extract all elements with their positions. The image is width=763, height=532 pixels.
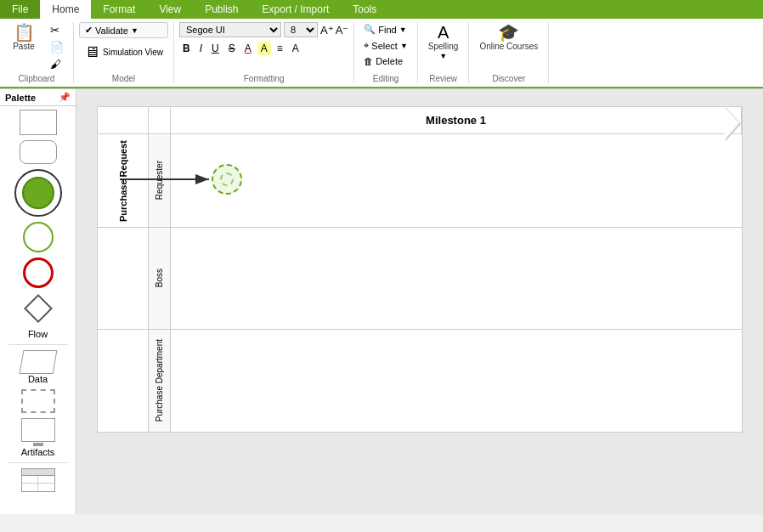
flow-label: Flow [28,329,48,339]
copy-icon: 📄 [50,41,64,54]
palette-item-flow[interactable]: Flow [28,329,48,339]
font-family-select[interactable]: Segoe UI [179,22,281,37]
data-shape [19,350,57,374]
strikethrough-button[interactable]: S [225,42,239,55]
font-grow-button[interactable]: A⁺ [320,24,334,37]
simulation-view-button[interactable]: 🖥 Simulation View [79,42,168,63]
palette-item-diamond[interactable] [28,293,48,324]
lane-content-purchase-dept[interactable] [171,330,742,432]
palette-item-table[interactable] [21,468,55,492]
palette-item-monitor[interactable] [21,418,55,442]
group-label-spacer-purchase-dept [98,330,149,432]
paste-button[interactable]: 📋 Paste [5,22,42,54]
find-button[interactable]: 🔍 Find ▼ [359,22,410,37]
monitor-shape [21,418,55,442]
lane-label-cell-purchase-dept: Purchase Department [149,330,171,432]
tab-export-import[interactable]: Export / Import [251,0,342,19]
palette-item-circle-outline[interactable] [23,222,54,252]
tab-file[interactable]: File [0,0,40,19]
lane-label-requester: Requester [155,161,164,200]
palette-item-start-circle[interactable] [14,169,62,217]
palette-item-rectangle[interactable] [20,110,57,135]
cut-icon: ✂ [50,24,59,37]
formatting-group: Segoe UI 8 A⁺ A⁻ B I U S A A [174,22,354,83]
group-label-purchase-request: Purchase Request [118,137,128,225]
milestone-header: Milestone 1 [171,107,742,134]
spelling-dropdown[interactable]: ▼ [439,52,447,60]
more-format-button[interactable]: A [289,42,302,55]
palette-item-circle-red[interactable] [23,258,54,288]
validate-button[interactable]: ✔ Validate ▼ [79,22,168,38]
online-courses-button[interactable]: 🎓 Online Courses [474,22,543,54]
font-color-button[interactable]: A [241,42,255,55]
lane-content-requester[interactable] [171,134,742,227]
discover-group: 🎓 Online Courses Discover [469,22,549,83]
tab-tools[interactable]: Tools [341,0,388,19]
editing-group-label: Editing [359,72,412,83]
spelling-icon: A [438,24,449,41]
activity-inner [220,173,234,186]
tab-view[interactable]: View [147,0,193,19]
spelling-button[interactable]: A Spelling ▼ [423,22,464,62]
swimlane-row-boss: Boss [98,228,742,330]
diagram-canvas[interactable]: Milestone 1 Purchase Request Requester [76,89,763,514]
online-courses-icon: 🎓 [498,24,519,41]
tab-publish[interactable]: Publish [193,0,250,19]
activity-circle [212,164,242,195]
corner-cell [98,107,149,134]
swimlane-row-purchase-dept: Purchase Department [98,330,742,432]
tab-home[interactable]: Home [40,0,91,19]
group-label-cell-purchase-request: Purchase Request [98,134,149,227]
palette-title: Palette [5,93,36,103]
font-size-select[interactable]: 8 [284,22,318,37]
ribbon-content: 📋 Paste ✂ 📄 🖌 Clipboard [0,19,763,88]
editing-group: 🔍 Find ▼ ⌖ Select ▼ 🗑 Delete Editing [354,22,418,83]
palette-item-data[interactable]: Data [21,350,55,384]
cut-button[interactable]: ✂ [46,22,68,38]
palette-item-artifacts[interactable]: Artifacts [21,447,55,457]
find-dropdown[interactable]: ▼ [399,25,407,34]
select-dropdown[interactable]: ▼ [400,42,408,50]
swimlane-header-row: Milestone 1 [98,107,742,134]
font-shrink-button[interactable]: A⁻ [336,24,349,37]
bold-button[interactable]: B [179,42,194,55]
palette-header: Palette 📌 [0,89,76,106]
rectangle-shape [20,110,57,135]
palette-item-rounded-rect[interactable] [20,140,57,164]
table-shape [21,468,55,492]
align-button[interactable]: ≡ [274,42,286,55]
format-painter-button[interactable]: 🖌 [46,56,68,72]
delete-button[interactable]: 🗑 Delete [359,54,407,68]
lane-label-purchase-dept: Purchase Department [155,339,164,422]
copy-button[interactable]: 📄 [46,39,68,55]
validate-dropdown-icon[interactable]: ▼ [131,26,138,35]
main-area: Palette 📌 [0,89,763,514]
palette-item-dashed-rect[interactable] [21,389,55,413]
review-group: A Spelling ▼ Review [418,22,470,83]
lane-label-cell-boss: Boss [149,228,171,329]
clipboard-group: 📋 Paste ✂ 📄 🖌 Clipboard [0,22,74,83]
discover-group-label: Discover [474,72,543,83]
find-icon: 🔍 [364,24,376,35]
diagram-area: Milestone 1 Purchase Request Requester [97,106,743,433]
underline-button[interactable]: U [208,42,223,55]
dashed-rect-shape [21,389,55,413]
palette-body: Flow Data Artifacts [0,106,76,514]
clipboard-group-label: Clipboard [5,72,68,83]
review-group-label: Review [423,72,464,83]
activity-node-requester[interactable] [212,164,242,195]
lane-content-boss[interactable] [171,228,742,329]
tab-format[interactable]: Format [91,0,147,19]
italic-button[interactable]: I [196,42,206,55]
highlight-button[interactable]: A [257,42,271,55]
lane-label-boss: Boss [155,269,164,287]
connector-svg [171,134,742,227]
diamond-shape [24,294,53,323]
lane-col-header [149,107,171,134]
palette-pin-icon[interactable]: 📌 [59,92,71,103]
circle-red-shape [23,258,54,288]
artifacts-label: Artifacts [21,447,55,457]
validate-icon: ✔ [85,25,93,36]
ribbon: File Home Format View Publish Export / I… [0,0,763,89]
select-button[interactable]: ⌖ Select ▼ [359,38,412,53]
